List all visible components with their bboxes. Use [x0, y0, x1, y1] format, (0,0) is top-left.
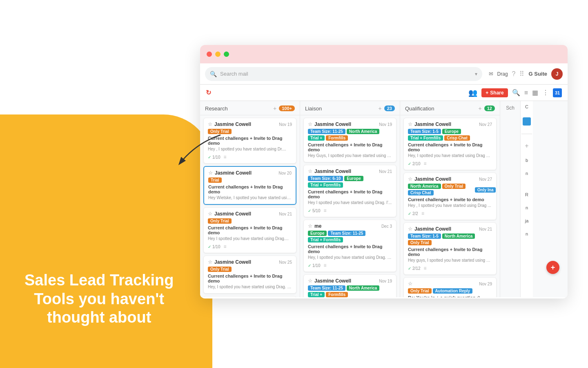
- tags-row: Team Size: 1-5 Europe Trial + Formfills …: [408, 129, 492, 141]
- tag[interactable]: Crisp Chat: [444, 135, 470, 141]
- card-subject: Current challenges + Invite to Drag demo: [308, 142, 392, 152]
- tag[interactable]: Formfills: [326, 135, 348, 141]
- headline-line2: Tools you haven't: [34, 290, 164, 307]
- tag[interactable]: North America: [442, 233, 475, 239]
- tag[interactable]: Team Size: 11-25: [328, 231, 365, 236]
- email-card[interactable]: ☆ Jasmine Cowell Nov 27 North America On…: [403, 173, 497, 220]
- tags-row: Only Trial: [208, 218, 292, 224]
- col-add-qualification[interactable]: +: [479, 105, 482, 112]
- card-sender: ☆ Jasmine Cowell: [208, 259, 251, 265]
- card-menu-icon[interactable]: ≡: [223, 244, 226, 249]
- card-footer: ✓ 2/2 ≡: [408, 211, 492, 216]
- col-count-liaison: 23: [384, 105, 395, 111]
- email-card[interactable]: ☆ Jasmine Cowell Nov 25 Only Trial: [203, 296, 296, 297]
- email-card-selected[interactable]: ☆ Jasmine Cowell Nov 20 Trial Current ch…: [203, 166, 296, 205]
- avatar[interactable]: J: [551, 68, 563, 80]
- email-card[interactable]: ☆ Jasmine Cowell Nov 21 Team Size: 1-5 N…: [403, 222, 497, 275]
- tag[interactable]: Only Trial: [408, 288, 432, 294]
- star-icon[interactable]: ☆: [308, 278, 312, 284]
- tag[interactable]: Team Size: 11-25: [308, 285, 345, 291]
- star-icon[interactable]: ☆: [408, 281, 412, 287]
- email-card[interactable]: ☆ Jasmine Cowell Nov 21 Team Size: 6-10 …: [303, 165, 396, 217]
- search-icon2[interactable]: 🔍: [512, 89, 520, 96]
- tag[interactable]: Crisp Chat: [408, 190, 434, 195]
- card-menu-icon[interactable]: ≡: [421, 211, 424, 216]
- only-ina-tag[interactable]: Only Ina: [475, 187, 496, 193]
- maximize-dot[interactable]: [224, 52, 229, 57]
- star-icon[interactable]: ☆: [408, 226, 412, 232]
- email-card[interactable]: ☆ Jasmine Cowell Nov 21 Only Trial Curre…: [203, 207, 296, 253]
- tag[interactable]: Europe: [344, 176, 363, 181]
- calendar-badge[interactable]: 31: [553, 88, 562, 97]
- tag[interactable]: Trial + Formfills: [308, 237, 343, 242]
- col-add-research[interactable]: +: [273, 105, 276, 112]
- star-icon[interactable]: ☆: [308, 121, 312, 127]
- tag[interactable]: Trial +: [308, 135, 325, 141]
- minimize-dot[interactable]: [215, 52, 220, 57]
- tags-row: Team Size: 6-10 Europe Trial + Formfills: [308, 176, 392, 188]
- apps-icon[interactable]: ⠿: [519, 70, 524, 78]
- refresh-icon[interactable]: ↻: [206, 89, 211, 96]
- tag[interactable]: Team Size: 1-5: [408, 129, 441, 134]
- email-card[interactable]: ☆ Jasmine Cowell Nov 19 Team Size: 11-25…: [303, 274, 396, 297]
- more-icon[interactable]: ⋮: [542, 89, 549, 96]
- card-sender: ☆ Jasmine Cowell: [308, 168, 351, 174]
- card-subject: Re: You're in + a quick question :): [408, 295, 492, 297]
- star-icon[interactable]: ☆: [208, 259, 212, 265]
- grid-icon[interactable]: ▦: [532, 89, 538, 96]
- email-card[interactable]: ☆ Jasmine Cowell Nov 25 Only Trial Curre…: [203, 256, 296, 294]
- email-card[interactable]: ☆ Nov 29 Only Trial Automation Reply Re:…: [403, 277, 497, 297]
- search-dropdown-icon[interactable]: ▾: [475, 71, 477, 77]
- tag[interactable]: Trial +: [308, 292, 325, 297]
- star-icon[interactable]: ☆: [408, 121, 412, 127]
- email-card[interactable]: ☆ Jasmine Cowell Nov 19 Team Size: 11-25…: [303, 118, 396, 162]
- search-placeholder: Search mail: [220, 71, 248, 77]
- tag[interactable]: Trial + Formfills: [408, 135, 443, 141]
- card-menu-icon[interactable]: ≡: [323, 208, 326, 213]
- star-icon[interactable]: ☆: [408, 176, 412, 182]
- tag[interactable]: Team Size: 11-25: [308, 129, 345, 134]
- star-icon[interactable]: ☆: [308, 168, 312, 174]
- star-icon[interactable]: ☆: [208, 211, 212, 217]
- tag[interactable]: North America: [408, 184, 441, 189]
- tag[interactable]: Formfills: [326, 292, 348, 297]
- tag[interactable]: Only Trial: [208, 218, 232, 224]
- card-counter: ✓ 2/12: [408, 266, 420, 271]
- tag[interactable]: Only Trial: [208, 267, 232, 272]
- star-icon[interactable]: ☆: [308, 223, 312, 229]
- email-card[interactable]: ☆ me Dec 3 Europe Team Size: 11-25 Trial…: [303, 220, 396, 272]
- card-sender-empty: [414, 281, 416, 287]
- tag[interactable]: Team Size: 6-10: [308, 176, 343, 181]
- tag[interactable]: North America: [347, 129, 380, 134]
- help-icon[interactable]: ?: [512, 70, 516, 78]
- contacts-icon[interactable]: 👥: [468, 88, 477, 97]
- tag[interactable]: North America: [347, 285, 380, 291]
- headline-text: Sales Lead Tracking Tools you haven't th…: [24, 271, 174, 327]
- tag[interactable]: Team Size: 1-5: [408, 233, 441, 239]
- star-icon[interactable]: ☆: [208, 121, 212, 127]
- fab-button[interactable]: +: [546, 261, 559, 274]
- tag[interactable]: Automation Reply: [433, 288, 473, 294]
- card-menu-icon[interactable]: ≡: [323, 263, 326, 268]
- card-sender: ☆ Jasmine Cowell: [408, 121, 451, 127]
- tags-row: Team Size: 1-5 North America Only Trial: [408, 233, 492, 245]
- card-menu-icon[interactable]: ≡: [423, 265, 426, 271]
- sidebar-plus-icon[interactable]: +: [525, 142, 528, 150]
- share-button[interactable]: + Share: [481, 88, 508, 97]
- email-card[interactable]: ☆ Jasmine Cowell Nov 27 Team Size: 1-5 E…: [403, 118, 497, 170]
- list-icon[interactable]: ≡: [524, 89, 528, 96]
- card-menu-icon[interactable]: ≡: [423, 161, 426, 166]
- col-add-liaison[interactable]: +: [379, 105, 382, 112]
- tag[interactable]: Europe: [442, 129, 461, 134]
- tag[interactable]: Europe: [308, 231, 327, 236]
- tag[interactable]: Only Trial: [442, 184, 466, 189]
- close-dot[interactable]: [207, 52, 212, 57]
- card-sender: ☆ Jasmine Cowell: [308, 278, 351, 284]
- gsuite-label: G Suite: [528, 71, 547, 77]
- sidebar-blue-badge: [523, 117, 531, 126]
- tag[interactable]: Trial: [208, 177, 222, 183]
- search-bar[interactable]: 🔍 Search mail ▾: [205, 67, 482, 81]
- tag[interactable]: Only Trial: [408, 240, 432, 245]
- tag[interactable]: Trial + Formfills: [308, 182, 343, 188]
- card-date: Nov 19: [279, 122, 292, 127]
